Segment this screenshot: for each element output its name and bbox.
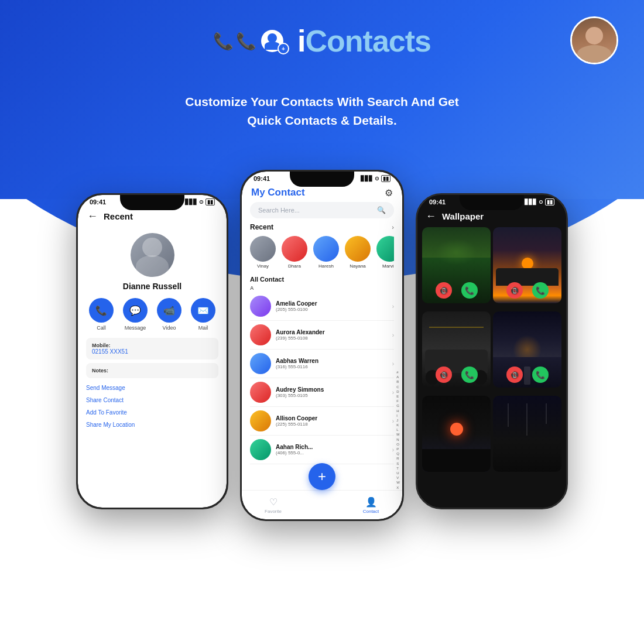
left-status-icons: ▊▊▊ ⊙ ▮▮	[185, 198, 215, 205]
wallpaper-road[interactable]: 📵 📞	[493, 311, 561, 388]
left-contact-avatar	[78, 233, 227, 277]
right-phone: 09:41 ▊▊▊ ⊙ ▮▮ ← Wallpaper	[416, 193, 568, 509]
left-share-location-link[interactable]: Share My Location	[86, 419, 218, 431]
favorite-nav-icon: ♡	[269, 496, 278, 508]
right-back-arrow[interactable]: ←	[426, 210, 436, 222]
wallpaper-forest[interactable]: 📵 📞	[422, 227, 491, 303]
contact-nav-label: Contact	[363, 509, 379, 514]
left-mobile-label: Mobile:	[92, 342, 213, 348]
contact-arrow-6: ›	[392, 447, 394, 453]
call-accept-4[interactable]: 📞	[532, 366, 549, 383]
left-msg-icon: 💬	[123, 298, 148, 323]
recent-person-dhara: Dhara	[282, 236, 307, 269]
left-mobile-row: Mobile: 02155 XXX51	[86, 338, 218, 359]
center-title: My Contact	[251, 187, 305, 198]
contact-arrow-3: ›	[392, 361, 394, 367]
page-wrapper: 📞 📞 + iContacts	[0, 0, 644, 644]
contact-nav-icon: 👤	[365, 496, 377, 508]
left-mail-btn[interactable]: ✉️ Mail	[191, 298, 215, 331]
contact-info-aabhas: Aabhas Warren (316) 555-0116	[276, 358, 388, 369]
contact-item-aabhas[interactable]: Aabhas Warren (316) 555-0116 ›	[250, 350, 394, 378]
recent-person-marvin: Marvin	[376, 236, 394, 269]
center-settings-btn[interactable]: ⚙	[385, 187, 393, 198]
contact-avatar-aahan	[250, 439, 271, 460]
right-signal-icon: ▊▊▊	[525, 199, 537, 205]
recent-avatar-marvin[interactable]	[376, 236, 394, 262]
center-bottom-nav: ♡ Favorite 👤 Contact	[242, 490, 402, 519]
left-video-icon: 📹	[157, 298, 181, 323]
contact-info-aurora: Aurora Alexander (239) 555-0108	[276, 329, 388, 341]
call-reject-4[interactable]: 📵	[506, 366, 523, 383]
center-nav-contact[interactable]: 👤 Contact	[340, 496, 402, 514]
contact-avatar-amelia	[250, 296, 271, 317]
recent-avatar-haresh[interactable]	[313, 236, 339, 262]
subtitle-line1: Customize Your Contacts With Search And …	[0, 93, 644, 111]
recent-avatar-nayana[interactable]	[345, 236, 371, 262]
call-reject-2[interactable]: 📵	[506, 282, 523, 299]
call-accept-2[interactable]: 📞	[532, 282, 549, 299]
call-reject-1[interactable]: 📵	[436, 282, 452, 299]
recent-person-vinay: Vinay	[250, 236, 276, 269]
contacts-icon: +	[261, 30, 283, 52]
call-accept-1[interactable]: 📞	[461, 282, 478, 299]
contact-item-audrey[interactable]: Audrey Simmons (303) 555-0105 ›	[250, 378, 394, 407]
contact-arrow-4: ›	[392, 389, 394, 396]
left-msg-btn[interactable]: 💬 Message	[123, 298, 148, 331]
wallpaper-moon[interactable]	[422, 396, 491, 472]
center-fab[interactable]: +	[309, 463, 335, 490]
left-contact-name: Dianne Russell	[78, 282, 227, 291]
left-back-arrow[interactable]: ←	[87, 210, 98, 222]
wallpaper-night[interactable]	[493, 396, 561, 472]
center-recent-title: Recent	[250, 223, 273, 231]
left-links: Send Message Share Contact Add To Favori…	[78, 382, 227, 431]
wallpaper-sunset-calls: 📵 📞	[493, 282, 561, 299]
center-recent-arrow[interactable]: ›	[392, 224, 394, 231]
contact-item-aurora[interactable]: Aurora Alexander (239) 555-0108 ›	[250, 321, 394, 350]
center-phone-screen: 09:41 ▊▊▊ ⊙ ▮▮ My Contact ⚙ Sear	[242, 172, 402, 519]
recent-avatar-vinay[interactable]	[250, 236, 276, 262]
wallpaper-sunset[interactable]: 📵 📞	[493, 227, 561, 303]
left-mobile-value: 02155 XXX51	[92, 348, 213, 355]
contact-item-aahan[interactable]: Aahan Rich... (406) 555-0... ›	[250, 436, 394, 464]
wifi-icon: ⊙	[199, 199, 204, 205]
center-search[interactable]: Search Here... 🔍	[250, 202, 394, 218]
wallpaper-car[interactable]: 📵 📞	[422, 311, 491, 388]
contact-avatar-allison	[250, 410, 271, 431]
logo-text: iContacts	[297, 23, 431, 59]
left-phone-screen: 09:41 ▊▊▊ ⊙ ▮▮ ← Recent	[78, 195, 227, 508]
battery-icon: ▮▮	[205, 198, 215, 205]
contact-item-amelia[interactable]: Amelia Cooper (205) 555-0100 ›	[250, 292, 394, 321]
right-battery-icon: ▮▮	[545, 198, 554, 205]
left-call-icon: 📞	[89, 298, 114, 323]
left-call-btn[interactable]: 📞 Call	[89, 298, 114, 331]
right-screen-title: Wallpaper	[442, 211, 484, 221]
contact-avatar-audrey	[250, 382, 271, 403]
right-notch	[460, 195, 524, 210]
center-title-highlight: Contact	[268, 187, 304, 198]
wallpaper-road-calls: 📵 📞	[493, 366, 561, 383]
left-mail-icon: ✉️	[191, 298, 215, 323]
call-accept-3[interactable]: 📞	[461, 366, 478, 383]
right-wifi-icon: ⊙	[539, 199, 543, 205]
logo-area: 📞 📞 + iContacts	[213, 23, 431, 59]
center-title-prefix: My	[251, 187, 268, 198]
phone-icon-1: 📞	[213, 32, 234, 51]
center-search-icon: 🔍	[377, 206, 386, 214]
left-add-favorite-link[interactable]: Add To Favorite	[86, 406, 218, 419]
call-reject-3[interactable]: 📵	[436, 366, 452, 383]
center-nav-favorite[interactable]: ♡ Favorite	[242, 496, 304, 514]
contact-avatar-aurora	[250, 324, 271, 345]
left-video-btn[interactable]: 📹 Video	[157, 298, 181, 331]
recent-avatar-dhara[interactable]	[282, 236, 307, 262]
moon-icon	[450, 423, 463, 436]
recent-person-nayana: Nayana	[345, 236, 371, 269]
contact-info-amelia: Amelia Cooper (205) 555-0100	[276, 300, 388, 312]
contact-item-allison[interactable]: Allison Cooper (225) 555-0118 ›	[250, 407, 394, 436]
header: 📞 📞 + iContacts	[0, 0, 644, 70]
left-share-contact-link[interactable]: Share Contact	[86, 394, 218, 406]
left-avatar-circle	[131, 233, 174, 277]
right-wallpaper-grid: 📵 📞 📵 📞	[417, 227, 566, 478]
center-status-time: 09:41	[254, 175, 270, 182]
center-battery-icon: ▮▮	[381, 175, 390, 182]
left-send-message-link[interactable]: Send Message	[86, 382, 218, 394]
